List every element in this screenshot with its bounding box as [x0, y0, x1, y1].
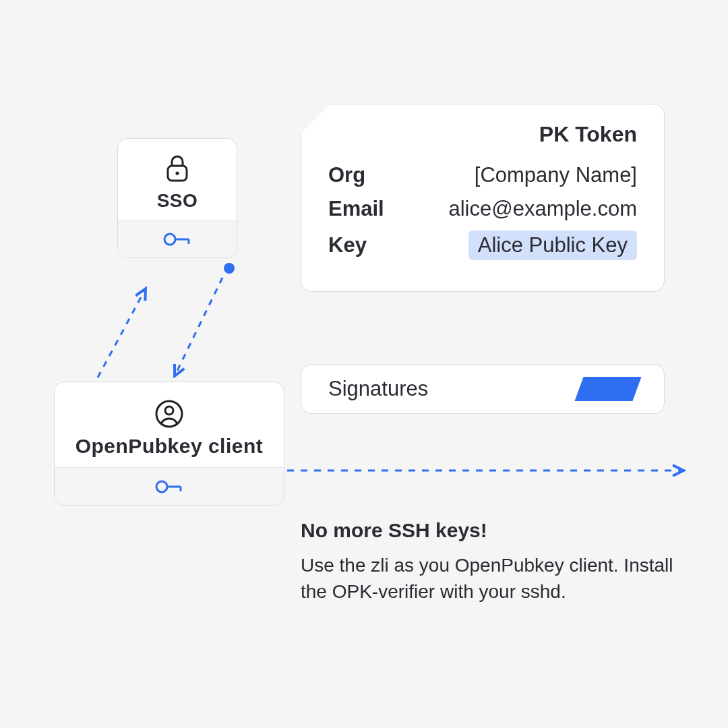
svg-line-0: [98, 290, 145, 377]
sso-box-bottom: [118, 220, 237, 257]
pk-row-key: Key Alice Public Key: [328, 231, 637, 260]
sso-box-top: SSO: [118, 139, 237, 220]
svg-line-1: [175, 278, 222, 375]
pk-row-value-highlight: Alice Public Key: [468, 231, 637, 260]
user-icon: [155, 400, 183, 428]
pk-token-title: PK Token: [328, 122, 637, 147]
sso-label: SSO: [157, 190, 198, 212]
client-box-bottom: [55, 467, 284, 505]
client-box: OpenPubkey client: [54, 382, 284, 506]
pk-row-value: [Company Name]: [417, 163, 637, 187]
pk-row-org: Org [Company Name]: [328, 163, 637, 187]
sso-box: SSO: [117, 138, 237, 258]
svg-point-6: [164, 234, 175, 245]
pk-row-label: Org: [328, 163, 409, 187]
client-label: OpenPubkey client: [75, 435, 264, 458]
caption: No more SSH keys! Use the zli as you Ope…: [301, 519, 678, 605]
pk-row-label: Email: [328, 197, 409, 221]
svg-point-10: [165, 406, 173, 415]
svg-point-11: [156, 481, 167, 492]
svg-point-2: [224, 263, 235, 274]
diagram-stage: SSO OpenPubkey client: [0, 0, 728, 728]
signatures-label: Signatures: [328, 377, 428, 401]
caption-body: Use the zli as you OpenPubkey client. In…: [301, 553, 678, 605]
key-icon: [154, 479, 185, 495]
pk-row-value: alice@example.com: [417, 197, 637, 221]
pk-token-card: PK Token Org [Company Name] Email alice@…: [301, 104, 665, 292]
key-icon: [162, 231, 193, 247]
lock-icon: [164, 154, 190, 183]
svg-point-5: [175, 171, 179, 175]
signatures-card: Signatures: [301, 364, 665, 414]
client-box-top: OpenPubkey client: [55, 382, 284, 467]
caption-headline: No more SSH keys!: [301, 519, 678, 542]
pk-row-email: Email alice@example.com: [328, 197, 637, 221]
pk-row-label: Key: [328, 233, 409, 257]
signature-blob-icon: [574, 377, 641, 401]
